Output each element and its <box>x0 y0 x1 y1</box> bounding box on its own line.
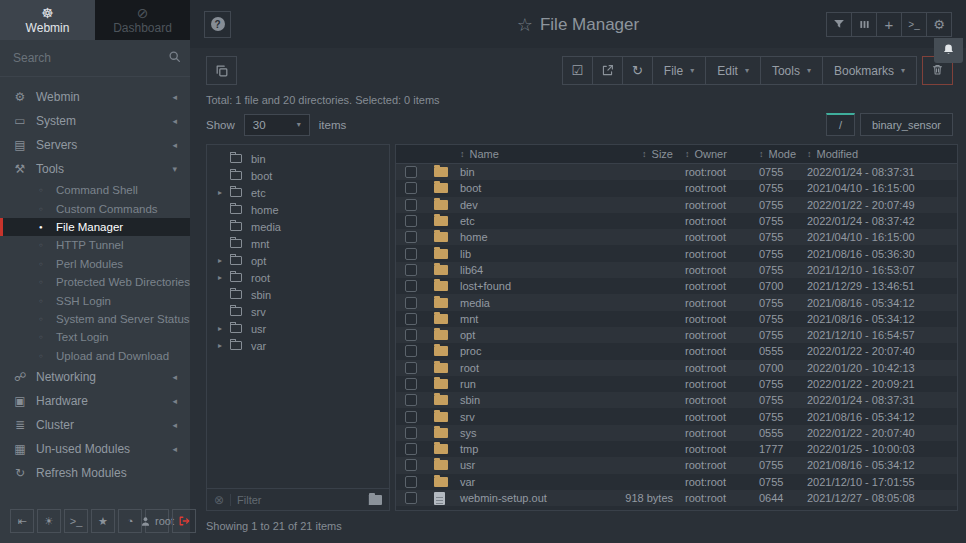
row-checkbox[interactable] <box>405 280 417 292</box>
tools-menu-button[interactable]: Tools▾ <box>760 56 823 85</box>
plus-button[interactable]: + <box>876 12 902 37</box>
table-row[interactable]: mnt root:root 0755 2021/08/16 - 05:34:12 <box>396 311 957 327</box>
sidebar-item[interactable]: SSH Login <box>0 291 190 309</box>
row-checkbox[interactable] <box>405 231 417 243</box>
table-row[interactable]: srv root:root 0755 2021/08/16 - 05:34:12 <box>396 408 957 424</box>
table-row[interactable]: webmin-setup.out 918 bytes root:root 064… <box>396 490 957 506</box>
collapse-sidebar-button[interactable]: ⇤ <box>10 509 34 533</box>
help-button[interactable]: ? <box>204 11 231 38</box>
path-root-button[interactable]: / <box>826 113 855 136</box>
table-row[interactable]: var root:root 0755 2021/12/10 - 17:01:55 <box>396 474 957 490</box>
column-owner[interactable]: Owner <box>695 148 727 160</box>
column-modified[interactable]: Modified <box>817 148 859 160</box>
path-current-button[interactable]: binary_sensor <box>860 113 953 136</box>
tree-filter-input[interactable] <box>230 494 362 506</box>
row-checkbox[interactable] <box>405 362 417 374</box>
table-row[interactable]: dev root:root 0755 2022/01/22 - 20:07:49 <box>396 197 957 213</box>
file-name[interactable]: lib <box>460 248 599 260</box>
expand-arrow-icon[interactable]: ▸ <box>218 188 228 197</box>
tree-item[interactable]: ▸ srv <box>207 303 389 320</box>
expand-arrow-icon[interactable]: ▸ <box>218 324 228 333</box>
tree-item[interactable]: ▸ opt <box>207 252 389 269</box>
row-checkbox[interactable] <box>405 459 417 471</box>
tree-item[interactable]: ▸ var <box>207 337 389 354</box>
file-name[interactable]: root <box>460 362 599 374</box>
file-name[interactable]: etc <box>460 215 599 227</box>
row-checkbox[interactable] <box>405 443 417 455</box>
table-row[interactable]: sys root:root 0555 2022/01/22 - 20:07:40 <box>396 425 957 441</box>
file-name[interactable]: mnt <box>460 313 599 325</box>
file-name[interactable]: media <box>460 297 599 309</box>
sidebar-item[interactable]: System and Server Status <box>0 310 190 328</box>
filter-funnel-button[interactable] <box>826 12 852 37</box>
table-row[interactable]: bin root:root 0755 2022/01/24 - 08:37:31 <box>396 164 957 180</box>
file-name[interactable]: var <box>460 476 599 488</box>
column-size[interactable]: Size <box>652 148 673 160</box>
file-name[interactable]: run <box>460 378 599 390</box>
table-row[interactable]: etc root:root 0755 2022/01/24 - 08:37:42 <box>396 213 957 229</box>
tree-item[interactable]: ▸ mnt <box>207 235 389 252</box>
tree-item[interactable]: ▸ boot <box>207 167 389 184</box>
search-input[interactable] <box>13 51 168 65</box>
language-pie-button[interactable]: ◔ <box>118 509 142 533</box>
sidebar-item[interactable]: ▦ Un-used Modules ◂ <box>0 437 190 461</box>
favorite-star-icon[interactable]: ☆ <box>517 15 533 35</box>
share-export-button[interactable] <box>592 56 623 85</box>
row-checkbox[interactable] <box>405 248 417 260</box>
user-button[interactable]: root <box>145 509 169 533</box>
row-checkbox[interactable] <box>405 378 417 390</box>
bookmarks-menu-button[interactable]: Bookmarks▾ <box>822 56 917 85</box>
row-checkbox[interactable] <box>405 427 417 439</box>
file-name[interactable]: webmin-setup.out <box>460 492 599 504</box>
row-checkbox[interactable] <box>405 313 417 325</box>
row-checkbox[interactable] <box>405 215 417 227</box>
tree-item[interactable]: ▸ root <box>207 269 389 286</box>
sort-icon[interactable]: ↕ <box>460 149 465 159</box>
logout-button[interactable] <box>172 509 196 533</box>
table-row[interactable]: home root:root 0755 2021/04/10 - 16:15:0… <box>396 229 957 245</box>
sidebar-item[interactable]: ☍ Networking ◂ <box>0 365 190 389</box>
row-checkbox[interactable] <box>405 411 417 423</box>
sort-icon[interactable]: ↕ <box>759 149 764 159</box>
sidebar-item[interactable]: Perl Modules <box>0 255 190 273</box>
goto-folder-icon[interactable] <box>368 495 382 505</box>
edit-menu-button[interactable]: Edit▾ <box>705 56 761 85</box>
tree-item[interactable]: ▸ etc <box>207 184 389 201</box>
sidebar-item[interactable]: ▣ Hardware ◂ <box>0 389 190 413</box>
table-row[interactable]: opt root:root 0755 2021/12/10 - 16:54:57 <box>396 327 957 343</box>
file-name[interactable]: proc <box>460 345 599 357</box>
notifications-tab[interactable] <box>934 38 963 63</box>
table-row[interactable]: usr root:root 0755 2021/08/16 - 05:34:12 <box>396 457 957 473</box>
sort-icon[interactable]: ↕ <box>685 149 690 159</box>
sidebar-item[interactable]: File Manager <box>0 218 190 236</box>
sidebar-item[interactable]: ⚒ Tools ▾ <box>0 157 190 181</box>
row-checkbox[interactable] <box>405 345 417 357</box>
tab-dashboard[interactable]: ⊘ Dashboard <box>95 0 190 40</box>
sidebar-item[interactable]: ▭ System ◂ <box>0 109 190 133</box>
column-mode[interactable]: Mode <box>769 148 797 160</box>
column-name[interactable]: Name <box>470 148 499 160</box>
row-checkbox[interactable] <box>405 182 417 194</box>
expand-arrow-icon[interactable]: ▸ <box>218 341 228 350</box>
table-row[interactable]: root root:root 0700 2022/01/20 - 10:42:1… <box>396 360 957 376</box>
table-row[interactable]: proc root:root 0555 2022/01/22 - 20:07:4… <box>396 343 957 359</box>
file-name[interactable]: boot <box>460 182 599 194</box>
file-name[interactable]: opt <box>460 329 599 341</box>
table-row[interactable]: lost+found root:root 0700 2021/12/29 - 1… <box>396 278 957 294</box>
row-checkbox[interactable] <box>405 199 417 211</box>
file-name[interactable]: lost+found <box>460 280 599 292</box>
tab-webmin[interactable]: ☸ Webmin <box>0 0 95 40</box>
file-name[interactable]: lib64 <box>460 264 599 276</box>
table-row[interactable]: run root:root 0755 2022/01/22 - 20:09:21 <box>396 376 957 392</box>
table-row[interactable]: media root:root 0755 2021/08/16 - 05:34:… <box>396 294 957 310</box>
terminal-button[interactable]: >_ <box>64 509 88 533</box>
table-row[interactable]: lib64 root:root 0755 2021/12/10 - 16:53:… <box>396 262 957 278</box>
expand-arrow-icon[interactable]: ▸ <box>218 256 228 265</box>
tree-item[interactable]: ▸ media <box>207 218 389 235</box>
sidebar-item[interactable]: ⚙ Webmin ◂ <box>0 85 190 109</box>
sort-icon[interactable]: ↕ <box>642 149 647 159</box>
sort-icon[interactable]: ↕ <box>807 149 812 159</box>
file-menu-button[interactable]: File▾ <box>652 56 706 85</box>
file-name[interactable]: dev <box>460 199 599 211</box>
clear-filter-icon[interactable]: ⊗ <box>214 493 224 507</box>
